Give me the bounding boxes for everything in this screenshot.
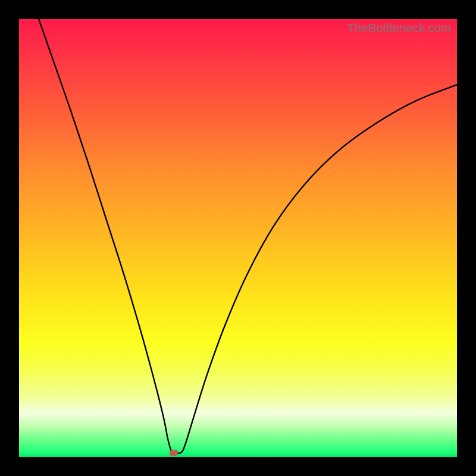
minimum-marker [170, 450, 178, 456]
chart-frame: TheBottleneck.com [0, 0, 476, 476]
plot-area: TheBottleneck.com [19, 19, 457, 457]
bottleneck-curve [19, 19, 457, 457]
